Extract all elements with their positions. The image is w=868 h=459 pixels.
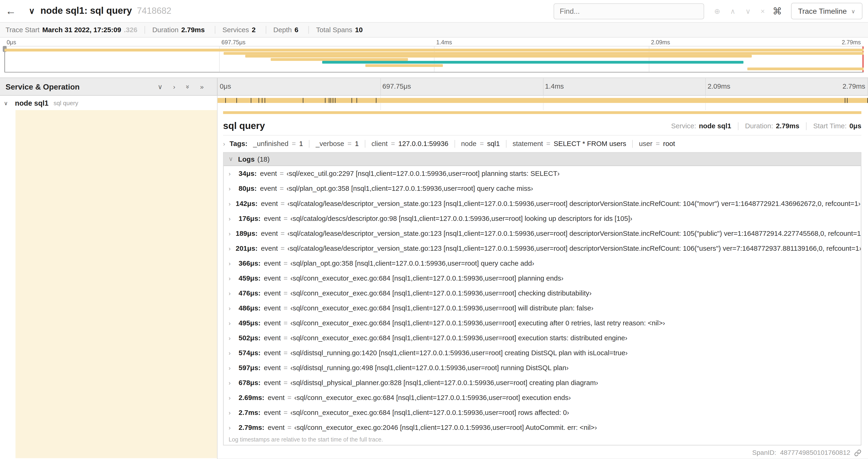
meta-label: Start Time: bbox=[813, 122, 846, 130]
log-entry[interactable]: › 80μs: event = ‹sql/plan_opt.go:358 [ns… bbox=[223, 181, 861, 196]
span-detail-meta: Service: node sql1 Duration: 2.79ms Star… bbox=[671, 122, 861, 130]
keyboard-shortcuts-button[interactable]: ⌘ bbox=[773, 5, 782, 17]
span-id-value: 4877749850101760812 bbox=[780, 449, 850, 456]
log-message: ‹sql/distsql_running.go:1420 [nsql1,clie… bbox=[290, 349, 628, 357]
log-entry[interactable]: › 597μs: event = ‹sql/distsql_running.go… bbox=[223, 360, 861, 375]
log-marker bbox=[357, 98, 357, 103]
tag-key: node bbox=[461, 140, 476, 147]
chevron-down-icon: ∨ bbox=[851, 8, 855, 14]
chevron-right-icon: › bbox=[229, 215, 234, 222]
timeline-ruler[interactable]: 0μs 697.75μs 1.4ms 2.09ms 2.79ms bbox=[217, 78, 868, 95]
chevron-down-icon: ∨ bbox=[229, 156, 233, 163]
log-field-key: event bbox=[264, 379, 281, 387]
ruler-tick: 0μs bbox=[220, 82, 231, 90]
log-timestamp: 2.7ms: bbox=[239, 408, 260, 416]
span-id-label: SpanID: bbox=[752, 449, 776, 456]
logs-accordion-header[interactable]: ∨ Logs (18) bbox=[223, 153, 861, 166]
trace-view-selector-label: Trace Timeline bbox=[798, 7, 847, 15]
meta-service: Service: node sql1 bbox=[671, 122, 731, 130]
summary-item: Services 2 bbox=[215, 26, 258, 34]
collapse-one-icon[interactable]: ∨ bbox=[158, 83, 163, 91]
log-entry[interactable]: › 486μs: event = ‹sql/conn_executor_exec… bbox=[223, 300, 861, 315]
grid-line bbox=[543, 78, 543, 95]
log-entry[interactable]: › 366μs: event = ‹sql/plan_opt.go:358 [n… bbox=[223, 256, 861, 270]
log-timestamp: 502μs: bbox=[239, 334, 260, 342]
back-button[interactable]: ← bbox=[6, 5, 22, 17]
log-field-key: event bbox=[261, 199, 278, 207]
log-field-key: event bbox=[264, 408, 281, 416]
log-entry[interactable]: › 495μs: event = ‹sql/conn_executor_exec… bbox=[223, 315, 861, 330]
chevron-right-icon: › bbox=[229, 334, 234, 341]
log-marker bbox=[352, 98, 352, 103]
trace-view-selector[interactable]: Trace Timeline ∨ bbox=[791, 3, 862, 19]
log-message: ‹sql/conn_executor_exec.go:684 [nsql1,cl… bbox=[290, 408, 569, 416]
log-message: ‹sql/conn_executor_exec.go:684 [nsql1,cl… bbox=[294, 394, 571, 401]
log-entry[interactable]: › 201μs: event = ‹sql/catalog/lease/desc… bbox=[223, 241, 861, 256]
find-input[interactable] bbox=[554, 3, 704, 19]
tag-value: root bbox=[663, 140, 675, 147]
chevron-right-icon: › bbox=[229, 305, 234, 311]
find-next-icon[interactable]: ∨ bbox=[745, 7, 751, 15]
equals-sign: = bbox=[281, 244, 285, 252]
equals-sign: = bbox=[546, 140, 550, 147]
minimap-canvas[interactable] bbox=[4, 46, 864, 72]
span-row-timeline-cell[interactable] bbox=[217, 96, 868, 110]
chevron-right-icon: › bbox=[229, 170, 234, 177]
log-entry[interactable]: › 678μs: event = ‹sql/distsql_physical_p… bbox=[223, 375, 861, 390]
tag-value: 1 bbox=[355, 140, 359, 147]
log-marker bbox=[867, 98, 868, 103]
log-entry[interactable]: › 502μs: event = ‹sql/conn_executor_exec… bbox=[223, 330, 861, 345]
chevron-right-icon: › bbox=[229, 409, 234, 416]
log-timestamp: 574μs: bbox=[239, 349, 260, 357]
log-marker bbox=[847, 98, 848, 103]
log-entry[interactable]: › 2.7ms: event = ‹sql/conn_executor_exec… bbox=[223, 405, 861, 420]
trace-title-chevron-down-icon[interactable]: ∨ bbox=[29, 6, 35, 16]
minimap-tick: 0μs bbox=[6, 39, 16, 45]
collapse-all-icon[interactable]: » bbox=[184, 85, 192, 88]
log-entry[interactable]: › 189μs: event = ‹sql/catalog/lease/desc… bbox=[223, 226, 861, 241]
meta-duration: Duration: 2.79ms bbox=[738, 122, 799, 130]
log-marker bbox=[265, 98, 265, 103]
tag-key: user bbox=[639, 140, 652, 147]
log-marker bbox=[335, 98, 335, 103]
find-controls: ⊕ ∧ ∨ × bbox=[714, 7, 765, 15]
minimap-span bbox=[271, 58, 408, 61]
service-operation-header: Service & Operation ∨ › » » bbox=[0, 78, 217, 95]
span-collapse-chevron-down-icon[interactable]: ∨ bbox=[4, 100, 15, 106]
log-message: ‹sql/catalog/lease/descriptor_version_st… bbox=[287, 244, 861, 252]
log-entry[interactable]: › 34μs: event = ‹sql/exec_util.go:2297 [… bbox=[223, 166, 861, 181]
log-entry[interactable]: › 176μs: event = ‹sql/catalog/descs/desc… bbox=[223, 211, 861, 226]
ruler-tick: 697.75μs bbox=[382, 82, 411, 90]
log-entry[interactable]: › 142μs: event = ‹sql/catalog/lease/desc… bbox=[223, 196, 861, 211]
span-detail-title: sql query bbox=[223, 121, 265, 132]
find-prev-icon[interactable]: ∧ bbox=[730, 7, 736, 15]
span-bar[interactable] bbox=[217, 98, 868, 103]
equals-sign: = bbox=[283, 364, 287, 371]
meta-value: 0μs bbox=[849, 122, 861, 130]
summary-item: Trace Start March 31 2022, 17:25:09.326 bbox=[6, 26, 137, 34]
focus-result-icon[interactable]: ⊕ bbox=[714, 7, 720, 15]
minimap-tick-labels: 0μs 697.75μs 1.4ms 2.09ms 2.79ms bbox=[4, 38, 864, 46]
summary-value-suffix: .326 bbox=[124, 26, 137, 34]
log-marker bbox=[845, 98, 845, 103]
clear-find-icon[interactable]: × bbox=[761, 7, 765, 15]
trace-id: 7418682 bbox=[137, 6, 172, 16]
service-operation-title: Service & Operation bbox=[6, 82, 80, 91]
chevron-right-icon: › bbox=[229, 349, 234, 356]
log-entry[interactable]: › 459μs: event = ‹sql/conn_executor_exec… bbox=[223, 270, 861, 286]
log-field-key: event bbox=[268, 424, 285, 431]
span-row: ∨ node sql1 sql query bbox=[0, 96, 868, 110]
log-entry[interactable]: › 574μs: event = ‹sql/distsql_running.go… bbox=[223, 345, 861, 360]
tags-accordion[interactable]: › Tags: _unfinished = 1 _verbose = 1 bbox=[223, 135, 861, 152]
log-field-key: event bbox=[261, 244, 278, 252]
span-row-name-cell[interactable]: ∨ node sql1 sql query bbox=[0, 96, 217, 110]
deep-link-icon[interactable] bbox=[854, 449, 862, 456]
log-entry[interactable]: › 476μs: event = ‹sql/conn_executor_exec… bbox=[223, 286, 861, 300]
tag-key: client bbox=[371, 140, 388, 147]
ruler-tick: 2.09ms bbox=[708, 82, 730, 90]
log-entry[interactable]: › 2.69ms: event = ‹sql/conn_executor_exe… bbox=[223, 390, 861, 405]
expand-one-icon[interactable]: › bbox=[173, 83, 175, 91]
chevron-right-icon: › bbox=[229, 185, 234, 192]
expand-all-icon[interactable]: » bbox=[200, 83, 204, 91]
log-entry[interactable]: › 2.79ms: event = ‹sql/conn_executor_exe… bbox=[223, 420, 861, 435]
